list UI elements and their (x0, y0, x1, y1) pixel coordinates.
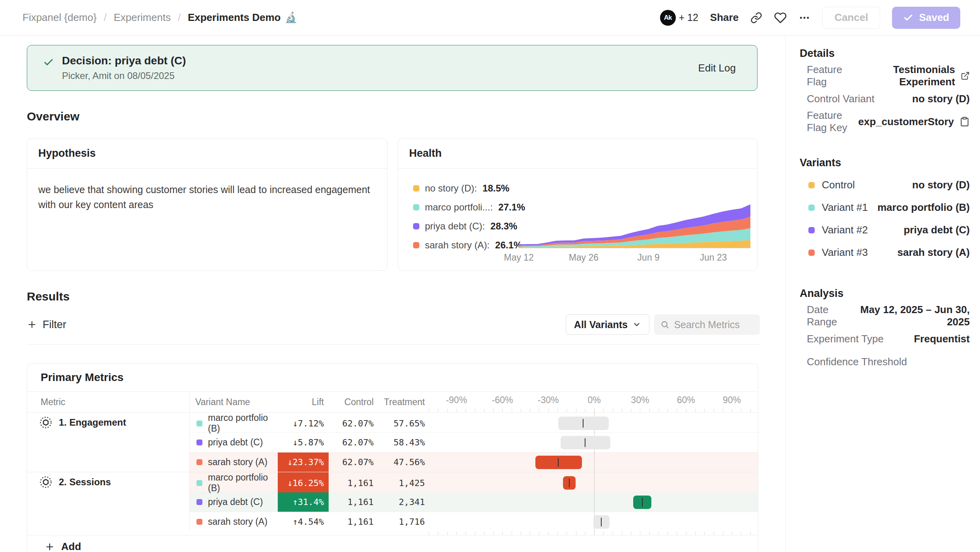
variants-rows: Controlno story (D)Variant #1marco portf… (800, 174, 970, 264)
lift-value: ↑31.4% (293, 497, 324, 507)
treatment-cell: 2,341 (375, 492, 426, 512)
legend-swatch (413, 204, 419, 210)
saved-label: Saved (919, 11, 949, 24)
lift-axis-label: -60% (492, 395, 513, 406)
variant-row: Variant #3sarah story (A) (800, 241, 970, 264)
variant-name: sarah story (A) (208, 457, 267, 468)
col-lift: Lift (278, 392, 329, 412)
legend-label: priya debt (C): (425, 221, 485, 232)
lift-axis-label: 30% (631, 395, 649, 406)
variant-color-dot (196, 519, 202, 525)
search-metrics-input[interactable] (673, 319, 754, 331)
search-icon (660, 319, 669, 330)
control-cell: 1,161 (329, 512, 375, 531)
detail-row: Feature Flag Key exp_customerStory (800, 110, 970, 133)
decision-title: Decision: priya debt (C) (62, 54, 186, 67)
detail-value: no story (D) (912, 93, 970, 105)
health-x-axis-labels: May 12May 26Jun 9Jun 23 (519, 252, 750, 264)
more-options-icon[interactable] (799, 12, 810, 24)
detail-label: Feature Flag Key (800, 109, 858, 134)
legend-value: 28.3% (490, 221, 517, 232)
health-stacked-area-chart (519, 196, 750, 248)
health-legend: no story (D): 18.5% marco portfoli...: 2… (413, 179, 525, 255)
confidence-interval-cell (426, 492, 758, 512)
analysis-row: Experiment Type Frequentist (800, 327, 970, 350)
metric-variant-row[interactable]: priya debt (C)↑31.4%1,1612,341 (190, 492, 758, 512)
collaborator-count[interactable]: + 12 (679, 12, 698, 23)
treatment-cell: 58.43% (375, 433, 426, 452)
link-icon[interactable] (750, 12, 762, 24)
confidence-interval-cell (426, 413, 758, 434)
metric-name[interactable]: 2. Sessions (27, 472, 189, 492)
share-button[interactable]: Share (710, 11, 739, 24)
clipboard-copy-icon[interactable] (959, 116, 970, 127)
experiment-page: Fixpanel {demo} / Experiments / Experime… (0, 0, 980, 552)
breadcrumb-project[interactable]: Fixpanel {demo} (22, 11, 97, 24)
mean-marker (569, 479, 570, 487)
mean-marker (558, 458, 559, 467)
variants-dropdown[interactable]: All Variants (566, 314, 649, 335)
saved-button[interactable]: Saved (892, 7, 960, 29)
variant-color-dot (196, 421, 202, 426)
metric-variant-row[interactable]: marco portfolio (B)↓7.12%62.07%57.65% (190, 413, 758, 432)
check-icon (903, 13, 913, 23)
table-body: 1. Engagementmarco portfolio (B)↓7.12%62… (27, 413, 758, 531)
mean-marker (601, 518, 602, 526)
lift-cell: ↑31.4% (278, 492, 329, 512)
variant-value: priya debt (C) (903, 224, 970, 236)
col-variant-name: Variant Name (190, 392, 278, 412)
variant-name-cell: priya debt (C) (190, 492, 278, 512)
x-axis-tick-label: Jun 23 (700, 252, 727, 263)
lift-cell: ↓23.37% (278, 452, 329, 472)
lift-axis-label: -90% (446, 395, 467, 406)
lift-value: ↓7.12% (293, 419, 324, 428)
legend-label: no story (D): (425, 183, 477, 194)
col-metric: Metric (27, 392, 190, 412)
metric-group: 2. Sessionsmarco portfolio (B)↓16.25%1,1… (27, 472, 758, 531)
avatar[interactable]: Ak (660, 10, 676, 26)
health-card: Health no story (D): 18.5% marco portfol… (398, 138, 757, 271)
main-content: Decision: priya debt (C) Picker, Amit on… (0, 36, 785, 552)
variant-value: no story (D) (912, 179, 970, 191)
metric-variant-row[interactable]: marco portfolio (B)↓16.25%1,1611,425 (190, 472, 758, 492)
hypothesis-card: Hypothesis we believe that showing custo… (27, 138, 387, 271)
variant-slot-label: Control (822, 179, 855, 191)
legend-item: priya debt (C): 28.3% (413, 217, 525, 236)
add-metric-button[interactable]: Add (27, 535, 758, 552)
health-body: no story (D): 18.5% marco portfoli...: 2… (398, 169, 757, 271)
variant-name-cell: marco portfolio (B) (190, 413, 278, 434)
variant-color-swatch (808, 227, 815, 233)
treatment-value: 58.43% (394, 437, 425, 447)
analysis-label: Confidence Threshold (800, 356, 907, 368)
variant-row: Controlno story (D) (800, 174, 970, 196)
x-axis-tick-label: Jun 9 (638, 252, 660, 263)
analysis-label: Date Range (800, 304, 854, 328)
variants-dropdown-value: All Variants (574, 319, 628, 330)
add-filter-button[interactable]: Filter (27, 319, 66, 331)
external-link-icon[interactable] (961, 70, 970, 81)
zero-axis-line (594, 492, 595, 512)
legend-value: 26.1% (495, 240, 522, 251)
edit-log-button[interactable]: Edit Log (698, 62, 736, 74)
lift-cell: ↓7.12% (278, 413, 329, 434)
analysis-value: Frequentist (914, 333, 970, 345)
confidence-interval-bar (558, 417, 609, 430)
treatment-value: 57.65% (394, 419, 425, 428)
lift-axis-label: 60% (677, 395, 695, 406)
breadcrumb-experiments[interactable]: Experiments (114, 11, 171, 24)
cancel-button[interactable]: Cancel (822, 7, 880, 29)
metric-variant-row[interactable]: sarah story (A)↑4.54%1,1611,716 (190, 512, 758, 531)
control-value: 1,161 (348, 478, 374, 488)
axis-tick-ruler (426, 531, 758, 535)
analysis-row: Confidence Threshold (800, 350, 970, 373)
confidence-interval-cell (426, 452, 758, 472)
legend-label: sarah story (A): (425, 240, 490, 251)
treatment-cell: 57.65% (375, 413, 426, 434)
favorite-heart-icon[interactable] (774, 11, 787, 24)
lift-value: ↓16.25% (287, 478, 324, 488)
variants-heading: Variants (800, 157, 970, 169)
confidence-interval-bar (535, 456, 582, 469)
metric-variant-row[interactable]: priya debt (C)↓5.87%62.07%58.43% (190, 432, 758, 452)
metric-variant-row[interactable]: sarah story (A)↓23.37%62.07%47.56% (190, 452, 758, 472)
metric-name[interactable]: 1. Engagement (27, 413, 189, 432)
